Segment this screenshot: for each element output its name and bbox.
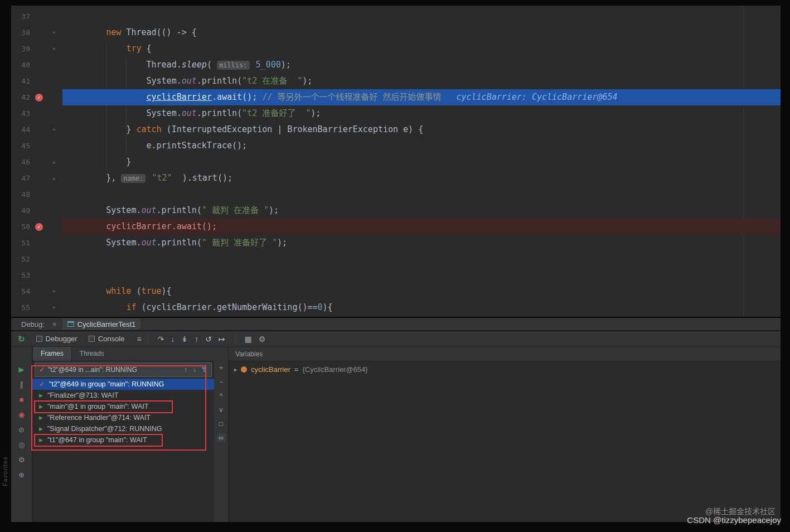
fold-marker-icon[interactable]: ▾ [48,25,60,41]
fold-marker-icon[interactable]: ▴ [48,154,60,170]
step-over-icon[interactable]: ↷ [158,335,164,344]
code-text[interactable]: e.printStackTrace(); [62,138,781,154]
step-out-icon[interactable]: ↑ [195,335,198,344]
code-text[interactable]: System.out.println(" 裁判 准备好了 "); [62,235,781,251]
gutter-breakpoint-area[interactable]: ✓ [30,89,48,105]
code-text[interactable]: try { [62,41,781,57]
evaluate-expression-icon[interactable]: ▦ [245,335,252,344]
gutter-breakpoint-area[interactable] [30,57,48,73]
add-icon[interactable]: + [217,364,226,373]
gutter-breakpoint-area[interactable] [30,267,48,283]
gutter-breakpoint-area[interactable] [30,283,48,299]
remove-icon[interactable]: − [217,378,226,386]
gutter-breakpoint-area[interactable] [30,251,48,267]
gutter-breakpoint-area[interactable]: ✓ [30,219,48,235]
pin-icon[interactable]: ⊕ [17,470,27,480]
pause-icon[interactable]: ∥ [17,380,27,390]
line-number[interactable]: 39 [11,41,30,57]
code-text[interactable]: new Thread(() -> { [62,25,781,41]
debug-settings-icon[interactable]: ⚙ [259,335,266,344]
chevron-up-icon[interactable]: ^ [217,391,226,400]
code-editor[interactable]: 3738▾ new Thread(() -> {39▾ try {40 Thre… [11,6,781,317]
thread-row[interactable]: ▶"Signal Dispatcher"@712: RUNNING [32,423,214,434]
gutter-breakpoint-area[interactable] [30,105,48,122]
code-text[interactable]: }, name: "t2" ).start(); [62,170,781,186]
gutter-breakpoint-area[interactable] [30,8,48,25]
layout-menu-icon[interactable]: ≡ [137,335,141,344]
code-text[interactable]: while (true){ [62,283,781,299]
breakpoint-icon[interactable]: ✓ [35,94,43,101]
line-number[interactable]: 44 [11,122,30,138]
fold-marker-icon[interactable]: ▾ [48,41,60,57]
filter-funnel-icon[interactable] [201,366,207,373]
infinity-watches-icon[interactable]: ∞ [217,433,226,442]
line-number[interactable]: 49 [11,202,30,219]
code-text[interactable]: Thread.sleep( millis: 5_000); [62,57,781,73]
thread-row[interactable]: ✓"t2"@649 in group "main": RUNNING [32,379,214,390]
thread-dump-icon[interactable]: ◎ [17,440,27,450]
force-step-into-icon[interactable]: ↡ [181,335,188,344]
tab-console[interactable]: Console [89,335,125,343]
line-number[interactable]: 43 [11,105,30,122]
line-number[interactable]: 45 [11,138,30,154]
close-icon[interactable]: × [52,320,57,328]
line-number[interactable]: 50 [11,219,30,235]
code-text[interactable]: System.out.println("t2 在准备 "); [62,73,781,89]
line-number[interactable]: 52 [11,251,30,267]
code-text[interactable]: } catch (InterruptedException | BrokenBa… [62,122,781,138]
gutter-breakpoint-area[interactable] [30,235,48,251]
gutter-breakpoint-area[interactable] [30,202,48,219]
code-text[interactable] [62,186,781,202]
tab-frames[interactable]: Frames [32,347,72,361]
gutter-breakpoint-area[interactable] [30,154,48,170]
code-text[interactable]: if (cyclicBarrier.getNumberWaiting()==0)… [62,299,781,316]
code-text[interactable] [62,267,781,283]
code-text[interactable]: System.out.println(" 裁判 在准备 "); [62,202,781,219]
fold-marker-icon[interactable]: ▾ [48,122,60,138]
frame-down-icon[interactable]: ↓ [193,366,196,374]
code-text[interactable]: } [62,154,781,170]
stop-icon[interactable]: ■ [17,395,27,405]
gutter-breakpoint-area[interactable] [30,138,48,154]
gutter-breakpoint-area[interactable] [30,186,48,202]
line-number[interactable]: 51 [11,235,30,251]
thread-dropdown[interactable]: ✓ "t2"@649 in ...ain": RUNNING ↑ ↓ [35,362,212,377]
chevron-right-icon[interactable]: ▸ [234,366,237,373]
line-number[interactable]: 54 [11,283,30,299]
chevron-down-icon[interactable]: v [217,405,226,414]
line-number[interactable]: 38 [11,25,30,41]
gutter-breakpoint-area[interactable] [30,73,48,89]
code-text[interactable] [62,251,781,267]
copy-icon[interactable]: □ [217,419,226,428]
gutter-breakpoint-area[interactable] [30,25,48,41]
thread-row[interactable]: ▶"main"@1 in group "main": WAIT [32,401,214,412]
line-number[interactable]: 53 [11,267,30,283]
line-number[interactable]: 48 [11,186,30,202]
mute-breakpoints-icon[interactable]: ⊘ [17,425,27,435]
thread-row[interactable]: ▶"Finalizer"@713: WAIT [32,390,214,401]
rerun-icon[interactable]: ↻ [18,334,25,344]
fold-marker-icon[interactable]: ▴ [48,170,60,186]
resume-icon[interactable]: ▶ [17,365,27,375]
drop-frame-icon[interactable]: ↺ [205,335,212,344]
settings-icon[interactable]: ⚙ [17,455,27,465]
line-number[interactable]: 47 [11,170,30,186]
session-tab[interactable]: CyclicBarrierTest1 [62,319,141,330]
favorites-sidebar-label[interactable]: Favorites [2,456,8,486]
line-number[interactable]: 42 [11,89,30,105]
line-number[interactable]: 46 [11,154,30,170]
code-text[interactable]: System.out.println("t2 准备好了 "); [62,105,781,122]
code-text[interactable]: cyclicBarrier.await(); // 等另外一个一个线程准备好 然… [62,89,781,105]
run-to-cursor-icon[interactable]: ↦ [219,335,225,344]
line-number[interactable]: 37 [11,8,30,25]
thread-row[interactable]: ▶"Reference Handler"@714: WAIT [32,412,214,423]
view-breakpoints-icon[interactable]: ◉ [17,410,27,420]
frame-up-icon[interactable]: ↑ [184,366,187,374]
gutter-breakpoint-area[interactable] [30,299,48,316]
breakpoint-icon[interactable]: ✓ [35,223,43,231]
line-number[interactable]: 55 [11,299,30,316]
gutter-breakpoint-area[interactable] [30,41,48,57]
variable-row[interactable]: ▸ cyclicBarrier = {CyclicBarrier@654} [229,363,781,375]
line-number[interactable]: 41 [11,73,30,89]
thread-row[interactable]: ▶"t1"@647 in group "main": WAIT [32,434,214,446]
